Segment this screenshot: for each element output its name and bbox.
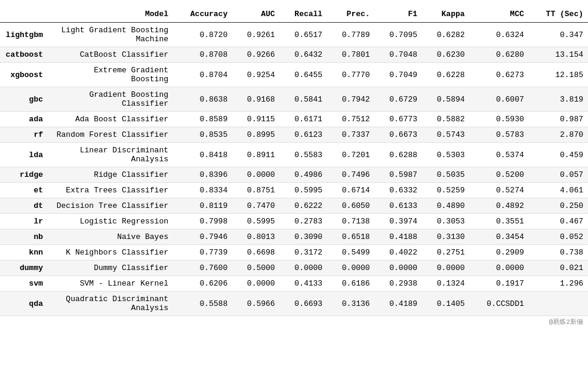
cell-model: Extra Trees Classifier: [48, 183, 173, 198]
cell-prec: 0.7512: [327, 112, 374, 127]
cell-model: K Neighbors Classifier: [48, 245, 173, 260]
cell-id: lda: [0, 143, 48, 167]
cell-mcc: 0.6007: [470, 87, 529, 112]
cell-f1: 0.7048: [375, 47, 422, 63]
cell-tt: 1.296: [529, 276, 588, 292]
cell-accuracy: 0.5588: [173, 292, 232, 316]
table-row: qdaQuadratic Discriminant Analysis0.5588…: [0, 292, 588, 316]
cell-tt: 0.052: [529, 229, 588, 245]
cell-accuracy: 0.7998: [173, 214, 232, 229]
cell-id: nb: [0, 229, 48, 245]
col-header-tt: TT (Sec): [529, 6, 588, 23]
cell-mcc: 0.5200: [470, 167, 529, 183]
col-header-id: [0, 6, 48, 23]
cell-id: svm: [0, 276, 48, 292]
cell-recall: 0.5995: [280, 183, 327, 198]
cell-kappa: 0.5259: [422, 183, 469, 198]
cell-f1: 0.4189: [375, 292, 422, 316]
cell-model: CatBoost Classifier: [48, 47, 173, 63]
cell-auc: 0.7470: [232, 198, 279, 214]
cell-recall: 0.3172: [280, 245, 327, 260]
cell-kappa: 0.5303: [422, 143, 469, 167]
col-header-mcc: MCC: [470, 6, 529, 23]
cell-f1: 0.5987: [375, 167, 422, 183]
cell-accuracy: 0.8708: [173, 47, 232, 63]
cell-auc: 0.8911: [232, 143, 279, 167]
cell-tt: 0.459: [529, 143, 588, 167]
cell-prec: 0.7138: [327, 214, 374, 229]
col-header-kappa: Kappa: [422, 6, 469, 23]
table-row: catboostCatBoost Classifier0.87080.92660…: [0, 47, 588, 63]
cell-kappa: 0.0000: [422, 260, 469, 276]
cell-tt: 0.347: [529, 23, 588, 47]
cell-auc: 0.6698: [232, 245, 279, 260]
cell-f1: 0.4188: [375, 229, 422, 245]
cell-model: Light Gradient Boosting Machine: [48, 23, 173, 47]
col-header-auc: AUC: [232, 6, 279, 23]
cell-tt: 0.057: [529, 167, 588, 183]
cell-accuracy: 0.7600: [173, 260, 232, 276]
cell-recall: 0.2783: [280, 214, 327, 229]
cell-auc: 0.0000: [232, 276, 279, 292]
table-row: etExtra Trees Classifier0.83340.87510.59…: [0, 183, 588, 198]
cell-id: knn: [0, 245, 48, 260]
cell-accuracy: 0.8396: [173, 167, 232, 183]
cell-prec: 0.7201: [327, 143, 374, 167]
cell-kappa: 0.6230: [422, 47, 469, 63]
cell-auc: 0.8751: [232, 183, 279, 198]
cell-f1: 0.7049: [375, 63, 422, 87]
col-header-accuracy: Accuracy: [173, 6, 232, 23]
cell-recall: 0.6222: [280, 198, 327, 214]
cell-prec: 0.6714: [327, 183, 374, 198]
cell-f1: 0.7095: [375, 23, 422, 47]
cell-mcc: 0.2909: [470, 245, 529, 260]
cell-f1: 0.6332: [375, 183, 422, 198]
cell-model: Logistic Regression: [48, 214, 173, 229]
table-container: Model Accuracy AUC Recall Prec. F1 Kappa…: [0, 0, 588, 333]
cell-model: Ridge Classifier: [48, 167, 173, 183]
cell-id: et: [0, 183, 48, 198]
cell-accuracy: 0.7739: [173, 245, 232, 260]
cell-prec: 0.7801: [327, 47, 374, 63]
cell-model: Random Forest Classifier: [48, 127, 173, 143]
cell-prec: 0.7496: [327, 167, 374, 183]
cell-mcc: 0.6324: [470, 23, 529, 47]
cell-kappa: 0.4890: [422, 198, 469, 214]
cell-auc: 0.5966: [232, 292, 279, 316]
cell-model: SVM - Linear Kernel: [48, 276, 173, 292]
cell-f1: 0.2938: [375, 276, 422, 292]
table-row: nbNaive Bayes0.79460.80130.30900.65180.4…: [0, 229, 588, 245]
cell-kappa: 0.2751: [422, 245, 469, 260]
cell-accuracy: 0.8535: [173, 127, 232, 143]
cell-recall: 0.0000: [280, 260, 327, 276]
cell-f1: 0.0000: [375, 260, 422, 276]
cell-mcc: 0.CCSDD1: [470, 292, 529, 316]
table-row: ridgeRidge Classifier0.83960.00000.49860…: [0, 167, 588, 183]
cell-recall: 0.4986: [280, 167, 327, 183]
cell-f1: 0.6288: [375, 143, 422, 167]
cell-accuracy: 0.8704: [173, 63, 232, 87]
table-row: knnK Neighbors Classifier0.77390.66980.3…: [0, 245, 588, 260]
cell-tt: 12.185: [529, 63, 588, 87]
cell-f1: 0.6673: [375, 127, 422, 143]
col-header-model: Model: [48, 6, 173, 23]
cell-mcc: 0.5930: [470, 112, 529, 127]
table-row: ldaLinear Discriminant Analysis0.84180.8…: [0, 143, 588, 167]
cell-tt: 3.819: [529, 87, 588, 112]
cell-tt: 0.250: [529, 198, 588, 214]
cell-tt: [529, 292, 588, 316]
cell-f1: 0.6773: [375, 112, 422, 127]
cell-accuracy: 0.7946: [173, 229, 232, 245]
cell-recall: 0.6517: [280, 23, 327, 47]
cell-f1: 0.3974: [375, 214, 422, 229]
cell-model: Ada Boost Classifier: [48, 112, 173, 127]
cell-mcc: 0.5374: [470, 143, 529, 167]
cell-id: catboost: [0, 47, 48, 63]
cell-recall: 0.6455: [280, 63, 327, 87]
cell-recall: 0.6432: [280, 47, 327, 63]
cell-auc: 0.9115: [232, 112, 279, 127]
table-row: lightgbmLight Gradient Boosting Machine0…: [0, 23, 588, 47]
cell-kappa: 0.5743: [422, 127, 469, 143]
col-header-prec: Prec.: [327, 6, 374, 23]
col-header-recall: Recall: [280, 6, 327, 23]
